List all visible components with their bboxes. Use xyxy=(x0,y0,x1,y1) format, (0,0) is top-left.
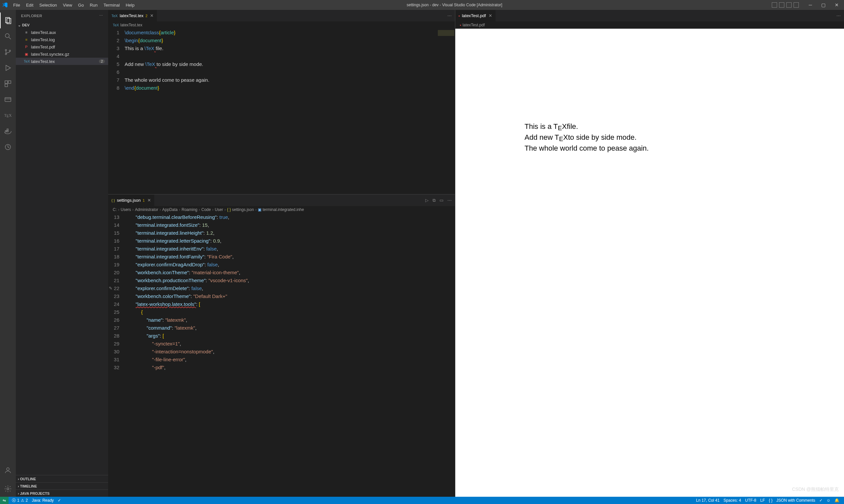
breadcrumb-bottom[interactable]: C:›Users›Administrator›AppData›Roaming›C… xyxy=(108,206,455,213)
svg-rect-10 xyxy=(5,84,7,87)
pdf-text-line: Add new TEXto side by side mode. xyxy=(524,132,775,143)
files-icon xyxy=(4,17,12,24)
svg-rect-9 xyxy=(8,81,11,84)
pdf-file-icon: ▪ xyxy=(460,23,461,27)
breadcrumb-item[interactable]: { } settings.json xyxy=(227,207,254,212)
split-right-icon[interactable]: ⧉ xyxy=(433,198,435,203)
minimap[interactable] xyxy=(435,29,455,194)
tabs-top: TeX latexTest.tex 2 ✕ ⋯ xyxy=(108,10,455,21)
breadcrumb-item[interactable]: Roaming xyxy=(182,207,197,212)
activity-remote[interactable] xyxy=(0,92,16,107)
encoding[interactable]: UTF-8 xyxy=(743,498,758,503)
menu-run[interactable]: Run xyxy=(87,1,100,9)
minimap[interactable] xyxy=(435,213,455,497)
activity-scm[interactable] xyxy=(0,44,16,60)
tab-latextest-tex[interactable]: TeX latexTest.tex 2 ✕ xyxy=(108,10,157,21)
pdf-preview[interactable]: This is a TEXfile.Add new TEXto side by … xyxy=(455,29,844,497)
toggle-sidebar-icon[interactable] xyxy=(779,2,784,7)
more-actions-icon[interactable]: ⋯ xyxy=(447,13,452,18)
outline-section[interactable]: › OUTLINE xyxy=(16,475,108,482)
activity-docker[interactable] xyxy=(0,123,16,139)
close-button[interactable]: ✕ xyxy=(831,1,842,9)
activity-account[interactable] xyxy=(0,463,16,478)
breadcrumb-item[interactable]: Code xyxy=(201,207,211,212)
remote-indicator[interactable]: ⇋ xyxy=(0,497,8,504)
activity-tex[interactable]: TEX xyxy=(0,107,16,123)
file-item[interactable]: TeXlatexTest.tex2 xyxy=(16,58,108,65)
maximize-button[interactable]: ▢ xyxy=(818,1,829,9)
timeline-section[interactable]: › TIMELINE xyxy=(16,482,108,489)
menu-edit[interactable]: Edit xyxy=(23,1,36,9)
indentation[interactable]: Spaces: 4 xyxy=(722,498,743,503)
code-content[interactable]: "debug.terminal.clearBeforeReusing": tru… xyxy=(125,213,435,497)
breadcrumb-pdf[interactable]: ▪ latexTest.pdf xyxy=(455,21,844,29)
vscode-logo-icon xyxy=(2,2,8,8)
latex-status[interactable]: ✓ xyxy=(817,498,825,503)
breadcrumb-item[interactable]: Administrator xyxy=(135,207,158,212)
java-status[interactable]: Java: Ready xyxy=(30,498,56,503)
activity-extensions[interactable] xyxy=(0,76,16,92)
tab-actions-bottom: ▷ ⧉ ▭ ⋯ xyxy=(422,195,455,206)
close-tab-icon[interactable]: ✕ xyxy=(150,13,154,18)
breadcrumb-item[interactable]: AppData xyxy=(162,207,178,212)
sidebar-more-icon[interactable]: ⋯ xyxy=(99,14,103,18)
breadcrumb-item[interactable]: User xyxy=(215,207,223,212)
code-editor-json[interactable]: 131415161718192021✎222324252627282930313… xyxy=(108,213,455,497)
file-item[interactable]: ▣latexTest.synctex.gz xyxy=(16,50,108,58)
activity-debug[interactable] xyxy=(0,60,16,76)
menu-selection[interactable]: Selection xyxy=(37,1,59,9)
folder-header[interactable]: ⌄ DEV xyxy=(16,21,108,29)
file-item[interactable]: ≡latexTest.log xyxy=(16,36,108,43)
braces-icon: { } xyxy=(769,498,772,503)
chevron-down-icon: ⌄ xyxy=(18,23,21,28)
menu-view[interactable]: View xyxy=(60,1,75,9)
svg-rect-15 xyxy=(7,129,8,130)
notifications[interactable]: 🔔 xyxy=(832,498,841,503)
minimize-button[interactable]: ─ xyxy=(805,1,815,9)
file-name: latexTest.tex xyxy=(31,59,55,64)
activity-other[interactable] xyxy=(0,139,16,155)
tab-settings-json[interactable]: { } settings.json 1 ✕ xyxy=(108,195,155,206)
pencil-icon[interactable]: ✎ xyxy=(109,285,112,292)
cursor-position[interactable]: Ln 17, Col 41 xyxy=(694,498,721,503)
more-actions-icon[interactable]: ⋯ xyxy=(837,13,841,18)
breadcrumb-item[interactable]: Users xyxy=(121,207,131,212)
java-projects-section[interactable]: › JAVA PROJECTS xyxy=(16,489,108,497)
close-tab-icon[interactable]: ✕ xyxy=(489,13,492,18)
language-mode[interactable]: { } JSON with Comments xyxy=(767,498,817,503)
more-actions-icon[interactable]: ⋯ xyxy=(447,198,452,203)
tab-label: latexTest.pdf xyxy=(462,13,486,18)
run-icon[interactable]: ▷ xyxy=(425,198,429,203)
file-item[interactable]: PlatexTest.pdf xyxy=(16,43,108,50)
tab-latextest-pdf[interactable]: ▪ latexTest.pdf ✕ xyxy=(455,10,496,21)
code-editor-tex[interactable]: 12345678 \documentclass{article}\begin{d… xyxy=(108,29,455,194)
menu-file[interactable]: File xyxy=(11,1,23,9)
lang-text: JSON with Comments xyxy=(776,498,815,503)
split-down-icon[interactable]: ▭ xyxy=(439,198,444,203)
line-gutter: 12345678 xyxy=(108,29,125,194)
eol[interactable]: LF xyxy=(758,498,767,503)
toggle-secondary-icon[interactable] xyxy=(786,2,792,7)
menu-go[interactable]: Go xyxy=(75,1,86,9)
feedback[interactable]: ☺ xyxy=(825,498,832,503)
close-tab-icon[interactable]: ✕ xyxy=(147,198,151,203)
menu-help[interactable]: Help xyxy=(123,1,137,9)
problems-indicator[interactable]: ⓧ1 ⚠2 xyxy=(10,498,30,503)
svg-rect-11 xyxy=(5,97,11,102)
code-content[interactable]: \documentclass{article}\begin{document}T… xyxy=(125,29,435,194)
extensions-icon xyxy=(4,80,12,88)
activity-settings[interactable] xyxy=(0,481,16,497)
customize-layout-icon[interactable] xyxy=(793,2,799,7)
activity-search[interactable] xyxy=(0,28,16,44)
activity-explorer[interactable] xyxy=(0,13,16,28)
breadcrumb-top[interactable]: TeX latexTest.tex xyxy=(108,21,455,29)
tabs-bottom: { } settings.json 1 ✕ ▷ ⧉ ▭ ⋯ xyxy=(108,195,455,206)
remote-icon xyxy=(4,95,12,104)
breadcrumb-item[interactable]: ▣ terminal.integrated.inhe xyxy=(258,207,304,212)
watermark: CSDN @熊猫帕特里克 xyxy=(792,486,839,493)
menu-terminal[interactable]: Terminal xyxy=(101,1,122,9)
check-indicator[interactable]: ✓ xyxy=(56,498,63,503)
toggle-panel-icon[interactable] xyxy=(772,2,777,7)
breadcrumb-item[interactable]: C: xyxy=(113,207,117,212)
file-item[interactable]: ≡latexTest.aux xyxy=(16,29,108,36)
